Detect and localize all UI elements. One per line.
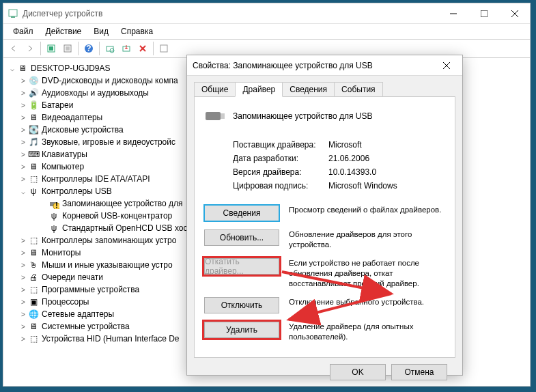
disk-icon: 💽 <box>28 124 39 135</box>
tab-driver[interactable]: Драйвер <box>235 82 283 97</box>
tab-events[interactable]: События <box>334 82 383 97</box>
tree-item-label: Контроллеры IDE ATA/ATAPI <box>42 174 150 184</box>
update-driver-button[interactable]: Обновить... <box>204 229 279 246</box>
svg-rect-26 <box>221 113 225 119</box>
expander-icon[interactable]: ⌵ <box>18 188 28 195</box>
expander-icon[interactable]: > <box>18 237 28 244</box>
properties-button[interactable] <box>60 41 75 56</box>
action-button[interactable] <box>156 41 171 56</box>
usb-drive-icon <box>204 107 226 126</box>
expander-icon[interactable]: > <box>18 323 28 331</box>
tree-item-label: Аудиовходы и аудиовыходы <box>42 88 149 98</box>
window-title: Диспетчер устройств <box>23 9 438 18</box>
device-name: Запоминающее устройство для USB <box>233 111 372 121</box>
dialog-footer: OK Отмена <box>194 358 455 387</box>
tree-item-label: Процессоры <box>42 297 89 307</box>
expander-icon[interactable]: > <box>18 335 28 343</box>
date-label: Дата разработки: <box>233 154 328 163</box>
tree-item-label: DESKTOP-UGJD9AS <box>31 64 110 73</box>
usb_item-icon: ! <box>48 198 59 209</box>
driver-details-desc: Просмотр сведений о файлах драйверов. <box>289 205 445 215</box>
scan-hardware-button[interactable] <box>102 41 117 56</box>
rollback-driver-button[interactable]: Откатить драйвер... <box>204 258 279 275</box>
driver-details-button[interactable]: Сведения <box>204 205 279 221</box>
keyboard-icon: ⌨ <box>28 149 39 160</box>
expander-icon[interactable]: ⌵ <box>8 65 17 72</box>
version-value: 10.0.14393.0 <box>328 167 376 177</box>
expander-icon[interactable]: > <box>18 102 28 109</box>
maximize-button[interactable] <box>468 3 499 23</box>
tree-item-label: DVD-дисководы и дисководы компа <box>42 76 178 85</box>
tabs: Общие Драйвер Сведения События <box>194 82 455 97</box>
ok-button[interactable]: OK <box>330 364 386 380</box>
dvd-icon: 💿 <box>28 75 39 86</box>
back-button[interactable] <box>6 41 21 56</box>
tree-item-label: Мыши и иные указывающие устро <box>42 260 173 270</box>
expander-icon[interactable]: > <box>18 77 28 85</box>
tree-item-label: Клавиатуры <box>42 150 87 159</box>
menu-action[interactable]: Действие <box>40 25 87 38</box>
tree-item-label: Видеоадаптеры <box>42 113 102 122</box>
tab-details[interactable]: Сведения <box>282 82 335 97</box>
expander-icon[interactable]: > <box>18 274 28 281</box>
expander-icon[interactable]: > <box>18 311 28 318</box>
svg-rect-19 <box>160 45 167 52</box>
uninstall-button[interactable] <box>135 41 150 56</box>
expander-icon[interactable]: > <box>18 262 28 269</box>
date-value: 21.06.2006 <box>328 154 369 163</box>
tree-item-label: Компьютер <box>42 162 84 171</box>
minimize-button[interactable] <box>438 3 468 23</box>
tree-item-label: Устройства HID (Human Interface De <box>42 334 180 344</box>
expander-icon[interactable]: > <box>18 163 28 171</box>
dialog-close-button[interactable] <box>436 55 457 76</box>
titlebar: Диспетчер устройств <box>3 3 530 24</box>
tree-item-label: Дисковые устройства <box>42 125 124 135</box>
expander-icon[interactable]: > <box>18 286 28 294</box>
svg-rect-3 <box>481 10 488 17</box>
dialog-titlebar: Свойства: Запоминающее устройство для US… <box>187 55 462 76</box>
expander-icon[interactable]: > <box>18 249 28 257</box>
tab-general[interactable]: Общие <box>194 82 236 97</box>
signature-label: Цифровая подпись: <box>233 181 328 191</box>
rollback-driver-desc: Если устройство не работает после обновл… <box>289 258 445 289</box>
usb_item-icon: ψ <box>48 223 59 234</box>
cpu-icon: ▣ <box>28 296 39 307</box>
provider-value: Microsoft <box>328 140 362 150</box>
signature-value: Microsoft Windows <box>328 181 397 191</box>
expander-icon[interactable]: > <box>18 89 28 97</box>
menu-file[interactable]: Файл <box>8 25 39 38</box>
software-icon: ⬚ <box>28 284 39 295</box>
menubar: Файл Действие Вид Справка <box>3 24 530 39</box>
tree-item-label: Мониторы <box>42 248 81 257</box>
help-button[interactable]: ? <box>81 41 96 56</box>
show-hidden-button[interactable] <box>44 41 59 56</box>
svg-rect-0 <box>9 10 17 16</box>
expander-icon[interactable]: > <box>18 139 28 146</box>
uninstall-desc: Удаление драйвера (для опытных пользоват… <box>289 322 445 342</box>
ide-icon: ⬚ <box>28 173 39 184</box>
cancel-button[interactable]: Отмена <box>391 364 447 380</box>
tab-panel-driver: Запоминающее устройство для USB Поставщи… <box>194 96 455 358</box>
expander-icon[interactable]: > <box>18 126 28 134</box>
disable-button[interactable]: Отключить <box>204 297 279 313</box>
update-driver-button[interactable] <box>119 41 134 56</box>
tree-item-label: Звуковые, игровые и видеоустройс <box>42 137 175 147</box>
menu-help[interactable]: Справка <box>115 25 158 38</box>
expander-icon[interactable]: > <box>18 114 28 122</box>
device-header: Запоминающее устройство для USB <box>204 107 445 126</box>
tree-item-label: Батареи <box>42 100 73 110</box>
expander-icon[interactable]: > <box>18 176 28 183</box>
version-label: Версия драйвера: <box>233 167 328 177</box>
expander-icon[interactable]: > <box>18 151 28 158</box>
sound-icon: 🎵 <box>28 137 39 148</box>
close-button[interactable] <box>499 3 530 23</box>
hid-icon: ⬚ <box>28 333 39 344</box>
uninstall-button[interactable]: Удалить <box>204 322 279 338</box>
forward-button[interactable] <box>23 41 38 56</box>
menu-view[interactable]: Вид <box>88 25 114 38</box>
tree-item-label: Контроллеры запоминающих устро <box>42 236 176 245</box>
usb_item-icon: ψ <box>48 210 59 221</box>
expander-icon[interactable]: > <box>18 298 28 306</box>
disable-desc: Отключение выбранного устройства. <box>289 297 445 307</box>
battery-icon: 🔋 <box>28 100 39 111</box>
